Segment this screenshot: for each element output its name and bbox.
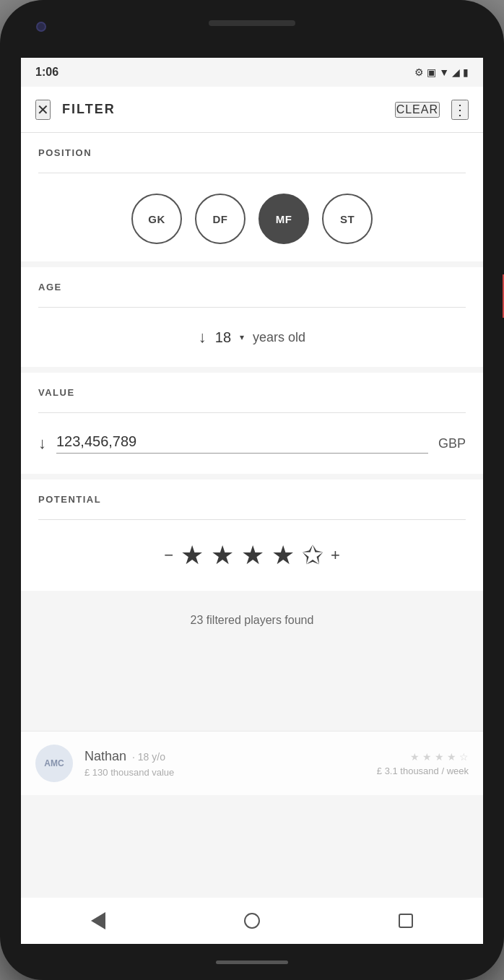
signal-icon: ◢	[452, 66, 460, 78]
player-avatar: AMC	[35, 745, 73, 782]
age-divider	[38, 307, 466, 308]
clear-button[interactable]: CLEAR	[395, 102, 440, 118]
potential-section: POTENTIAL − ★ ★ ★ ★ ✩ +	[21, 480, 483, 591]
position-mf-button[interactable]: MF	[258, 194, 309, 244]
age-section: AGE ↓ 18 ▾ years old	[21, 267, 483, 367]
star-4-icon: ★	[271, 540, 295, 571]
star-3-icon: ★	[241, 540, 264, 571]
filter-title: FILTER	[62, 102, 116, 117]
potential-label: POTENTIAL	[38, 494, 466, 505]
storage-icon: ▣	[427, 66, 436, 78]
value-label: VALUE	[38, 387, 466, 398]
back-button[interactable]	[84, 906, 113, 935]
player-name: Nathan	[84, 749, 126, 764]
stars-row: − ★ ★ ★ ★ ✩ +	[38, 534, 466, 576]
recents-icon	[399, 914, 413, 928]
status-icons: ⚙ ▣ ▼ ◢ ▮	[414, 66, 469, 78]
potential-divider	[38, 519, 466, 520]
position-df-button[interactable]: DF	[195, 194, 246, 244]
wifi-icon: ▼	[439, 66, 449, 78]
battery-icon: ▮	[463, 66, 469, 78]
player-initials: AMC	[44, 758, 64, 768]
age-label: AGE	[38, 282, 466, 292]
player-stars: ★ ★ ★ ★ ☆	[377, 751, 469, 763]
value-divider	[38, 412, 466, 413]
close-button[interactable]: ✕	[35, 100, 51, 120]
camera-dot	[36, 22, 46, 32]
position-label: POSITION	[38, 147, 466, 158]
player-wage: £ 3.1 thousand / week	[377, 766, 469, 776]
value-section: VALUE ↓ 123,456,789 GBP	[21, 373, 483, 474]
player-age: · 18 y/o	[132, 751, 165, 763]
potential-plus-button[interactable]: +	[331, 546, 340, 565]
settings-icon: ⚙	[414, 66, 424, 78]
filter-header: ✕ FILTER CLEAR ⋮	[21, 87, 483, 133]
age-row: ↓ 18 ▾ years old	[38, 322, 466, 352]
position-st-button[interactable]: ST	[322, 194, 373, 244]
position-divider	[38, 173, 466, 173]
position-gk-button[interactable]: GK	[131, 194, 182, 244]
value-amount[interactable]: 123,456,789	[56, 433, 428, 454]
screen: 1:06 ⚙ ▣ ▼ ◢ ▮ ✕ FILTER CLEAR ⋮	[21, 58, 483, 944]
star-5-icon: ✩	[302, 540, 323, 571]
phone-bottom-bar	[0, 944, 504, 980]
phone-top-bar	[0, 0, 504, 58]
home-icon	[244, 913, 260, 929]
home-button[interactable]	[238, 906, 266, 935]
phone-shell: 1:06 ⚙ ▣ ▼ ◢ ▮ ✕ FILTER CLEAR ⋮	[0, 0, 504, 980]
spacer	[21, 644, 483, 731]
bottom-nav	[21, 898, 483, 944]
value-down-arrow-icon: ↓	[38, 434, 46, 453]
player-name-line: Nathan · 18 y/o	[84, 749, 365, 764]
recents-button[interactable]	[391, 906, 420, 935]
filter-header-left: ✕ FILTER	[35, 100, 116, 120]
speaker-grill	[209, 20, 295, 26]
back-icon	[91, 912, 105, 929]
results-text: 23 filtered players found	[21, 597, 483, 644]
home-indicator	[216, 961, 288, 964]
star-2-icon: ★	[211, 540, 234, 571]
more-options-button[interactable]: ⋮	[451, 100, 469, 120]
age-value: 18	[215, 329, 231, 346]
player-value: £ 130 thousand value	[84, 767, 365, 778]
filter-header-right: CLEAR ⋮	[395, 100, 469, 120]
star-1-icon: ★	[181, 540, 204, 571]
age-suffix: years old	[253, 330, 305, 345]
player-info: Nathan · 18 y/o £ 130 thousand value	[84, 749, 365, 778]
age-dropdown-icon[interactable]: ▾	[240, 332, 244, 342]
position-section: POSITION GK DF MF ST	[21, 133, 483, 261]
status-bar: 1:06 ⚙ ▣ ▼ ◢ ▮	[21, 58, 483, 87]
player-card[interactable]: AMC Nathan · 18 y/o £ 130 thousand value…	[21, 731, 483, 795]
player-right: ★ ★ ★ ★ ☆ £ 3.1 thousand / week	[377, 751, 469, 776]
position-buttons: GK DF MF ST	[38, 188, 466, 247]
age-down-arrow-icon: ↓	[199, 328, 207, 347]
currency-label: GBP	[438, 436, 466, 451]
status-time: 1:06	[35, 66, 58, 79]
value-row: ↓ 123,456,789 GBP	[38, 428, 466, 459]
filter-content: POSITION GK DF MF ST AGE ↓ 18 ▾ years ol…	[21, 133, 483, 898]
potential-minus-button[interactable]: −	[164, 546, 173, 565]
